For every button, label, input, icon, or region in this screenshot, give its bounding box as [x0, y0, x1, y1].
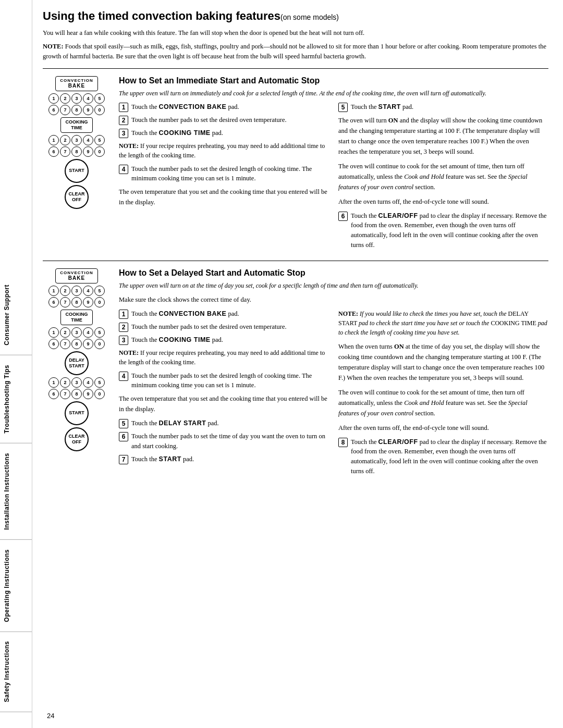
- note-body: Foods that spoil easily—such as milk, eg…: [43, 43, 546, 60]
- key-7[interactable]: 7: [60, 105, 70, 115]
- key-4[interactable]: 4: [83, 93, 93, 104]
- key-4b[interactable]: 4: [83, 135, 93, 145]
- sections-container: CONVECTION BAKE 1 2 3 4 5 6 7 8 9: [43, 68, 548, 487]
- convection-label: CONVECTION: [60, 78, 93, 83]
- bake-label-2: BAKE: [60, 275, 93, 281]
- section1-step5: 5 Touch the START pad.: [338, 102, 548, 112]
- convection-bake-btn-1[interactable]: CONVECTION BAKE: [55, 76, 97, 92]
- key-0-s2[interactable]: 0: [94, 297, 105, 307]
- section-immediate-start: CONVECTION BAKE 1 2 3 4 5 6 7 8 9: [43, 68, 548, 261]
- key-2b[interactable]: 2: [60, 135, 70, 145]
- key-7b-s2[interactable]: 7: [60, 339, 70, 349]
- cooking-label: COOKING: [65, 119, 88, 125]
- key-3-s2[interactable]: 3: [71, 286, 82, 296]
- section1-left-col: 1 Touch the CONVECTION BAKE pad. 2 Touch…: [119, 102, 329, 253]
- key-6c-s2[interactable]: 6: [48, 389, 59, 399]
- key-6-s2[interactable]: 6: [48, 297, 59, 307]
- section1-step3: 3 Touch the COOKING TIME pad.: [119, 128, 329, 138]
- key-4b-s2[interactable]: 4: [83, 327, 93, 338]
- section2-step3: 3 Touch the COOKING TIME pad.: [119, 335, 329, 345]
- cooking-time-btn-1[interactable]: COOKING TIME: [60, 117, 92, 133]
- key-3b-s2[interactable]: 3: [71, 327, 82, 338]
- section2-italic-note: The upper oven will turn on at the time …: [119, 281, 548, 290]
- s2-step6-text: Touch the number pads to set the time of…: [131, 431, 329, 451]
- key-5b-s2[interactable]: 5: [94, 327, 105, 338]
- numpad-top-1: 1 2 3 4 5 6 7 8 9 0: [48, 93, 105, 115]
- key-0b[interactable]: 0: [94, 146, 105, 157]
- note-bold: NOTE:: [43, 43, 64, 50]
- key-9c-s2[interactable]: 9: [83, 389, 93, 399]
- page-title: Using the timed convection baking featur…: [43, 9, 548, 23]
- time-label-2: TIME: [65, 317, 88, 323]
- sidebar-item-consumer-support[interactable]: Consumer Support: [0, 275, 32, 355]
- key-3c-s2[interactable]: 3: [71, 377, 82, 388]
- key-0b-s2[interactable]: 0: [94, 339, 105, 349]
- key-2-s2[interactable]: 2: [60, 286, 70, 296]
- s2-step4-text: Touch the number pads to set the desired…: [131, 371, 329, 391]
- key-2c-s2[interactable]: 2: [60, 377, 70, 388]
- key-7-s2[interactable]: 7: [60, 297, 70, 307]
- step1-text: Touch the CONVECTION BAKE pad.: [131, 102, 329, 112]
- s2-step1-text: Touch the CONVECTION BAKE pad.: [131, 309, 329, 319]
- section1-right-text1: The oven will turn ON and the display wi…: [338, 115, 548, 157]
- clear-label: CLEAR: [69, 191, 85, 197]
- key-2[interactable]: 2: [60, 93, 70, 104]
- key-9-s2[interactable]: 9: [83, 297, 93, 307]
- key-5[interactable]: 5: [94, 93, 105, 104]
- key-6b[interactable]: 6: [48, 146, 59, 157]
- key-4c-s2[interactable]: 4: [83, 377, 93, 388]
- key-5b[interactable]: 5: [94, 135, 105, 145]
- key-1b[interactable]: 1: [48, 135, 59, 145]
- sidebar-item-operating[interactable]: Operating Instructions: [0, 540, 32, 632]
- key-3b[interactable]: 3: [71, 135, 82, 145]
- key-2b-s2[interactable]: 2: [60, 327, 70, 338]
- key-8[interactable]: 8: [71, 105, 82, 115]
- delay-start-btn[interactable]: DELAY START: [65, 351, 89, 375]
- section2-two-col: 1 Touch the CONVECTION BAKE pad. 2 Touch…: [119, 309, 548, 479]
- section2-right-text2: The oven will continue to cook for the s…: [338, 387, 548, 418]
- sidebar-item-safety[interactable]: Safety Instructions: [0, 632, 32, 712]
- key-1b-s2[interactable]: 1: [48, 327, 59, 338]
- key-5c-s2[interactable]: 5: [94, 377, 105, 388]
- key-6b-s2[interactable]: 6: [48, 339, 59, 349]
- key-6[interactable]: 6: [48, 105, 59, 115]
- numpad-top-2: 1 2 3 4 5 6 7 8 9 0: [48, 286, 105, 307]
- key-0[interactable]: 0: [94, 105, 105, 115]
- key-9[interactable]: 9: [83, 105, 93, 115]
- key-8b[interactable]: 8: [71, 146, 82, 157]
- section1-display-text: The oven temperature that you set and th…: [119, 187, 329, 207]
- start-btn-1[interactable]: START: [65, 159, 89, 183]
- sidebar-item-installation[interactable]: Installation Instructions: [0, 443, 32, 540]
- key-1c-s2[interactable]: 1: [48, 377, 59, 388]
- key-3[interactable]: 3: [71, 93, 82, 104]
- key-0c-s2[interactable]: 0: [94, 389, 105, 399]
- clear-off-btn-1[interactable]: CLEAR OFF: [65, 185, 89, 209]
- clear-off-btn-2[interactable]: CLEAR OFF: [65, 427, 89, 451]
- note-mid-text-2: If your recipe requires preheating, you …: [119, 349, 325, 366]
- key-1-s2[interactable]: 1: [48, 286, 59, 296]
- sidebar: Consumer Support Troubleshooting Tips In…: [0, 0, 32, 728]
- key-9b-s2[interactable]: 9: [83, 339, 93, 349]
- step3-text: Touch the COOKING TIME pad.: [131, 128, 329, 138]
- key-9b[interactable]: 9: [83, 146, 93, 157]
- key-5-s2[interactable]: 5: [94, 286, 105, 296]
- key-4-s2[interactable]: 4: [83, 286, 93, 296]
- cooking-time-btn-2[interactable]: COOKING TIME: [60, 310, 92, 325]
- key-1[interactable]: 1: [48, 93, 59, 104]
- intro-line1: You will hear a fan while cooking with t…: [43, 28, 548, 38]
- section1-diagram: CONVECTION BAKE 1 2 3 4 5 6 7 8 9: [43, 76, 111, 253]
- key-8-s2[interactable]: 8: [71, 297, 82, 307]
- key-7b[interactable]: 7: [60, 146, 70, 157]
- step-num-4: 4: [119, 165, 128, 174]
- delay-label: DELAY: [69, 357, 84, 363]
- convection-bake-btn-2[interactable]: CONVECTION BAKE: [55, 268, 97, 284]
- s2-step5-text: Touch the DELAY START pad.: [131, 418, 329, 428]
- section1-step1: 1 Touch the CONVECTION BAKE pad.: [119, 102, 329, 112]
- key-7c-s2[interactable]: 7: [60, 389, 70, 399]
- section2-step2: 2 Touch the number pads to set the desir…: [119, 322, 329, 332]
- start-btn-2[interactable]: START: [65, 401, 89, 425]
- time-label: TIME: [65, 125, 88, 131]
- key-8c-s2[interactable]: 8: [71, 389, 82, 399]
- key-8b-s2[interactable]: 8: [71, 339, 82, 349]
- sidebar-item-troubleshooting[interactable]: Troubleshooting Tips: [0, 355, 32, 443]
